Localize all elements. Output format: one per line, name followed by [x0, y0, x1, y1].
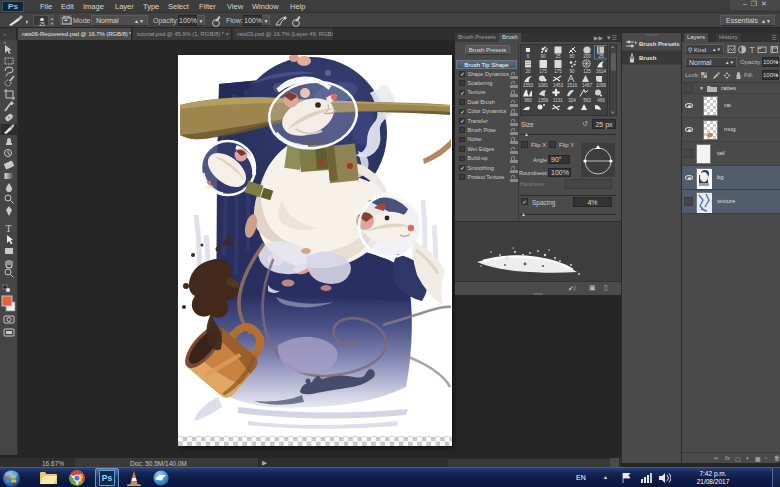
svg-text:90: 90: [569, 69, 575, 74]
svg-text:1453: 1453: [553, 83, 564, 88]
svg-text:1096: 1096: [596, 83, 607, 88]
svg-text:1081: 1081: [538, 83, 549, 88]
svg-text:25: 25: [598, 54, 604, 59]
svg-text:1467: 1467: [582, 83, 593, 88]
svg-text:T: T: [6, 223, 12, 234]
svg-text:1359: 1359: [538, 98, 549, 103]
svg-text:324: 324: [568, 98, 576, 103]
svg-text:125: 125: [583, 69, 591, 74]
svg-text:1614: 1614: [596, 69, 607, 74]
svg-text:80: 80: [569, 54, 575, 59]
svg-text:200: 200: [583, 54, 591, 59]
svg-text:175: 175: [539, 69, 547, 74]
svg-text:563: 563: [583, 98, 591, 103]
svg-text:»: »: [3, 40, 7, 45]
svg-text:1593: 1593: [523, 83, 534, 88]
svg-text:466: 466: [597, 98, 605, 103]
svg-text:T: T: [750, 45, 755, 54]
svg-text:6: 6: [527, 54, 530, 59]
svg-text:966: 966: [524, 98, 532, 103]
svg-text:175: 175: [554, 69, 562, 74]
svg-text:1516: 1516: [567, 83, 578, 88]
svg-text:20: 20: [525, 69, 531, 74]
svg-text:25: 25: [555, 54, 561, 59]
svg-text:90: 90: [540, 54, 546, 59]
svg-text:1131: 1131: [553, 98, 563, 103]
